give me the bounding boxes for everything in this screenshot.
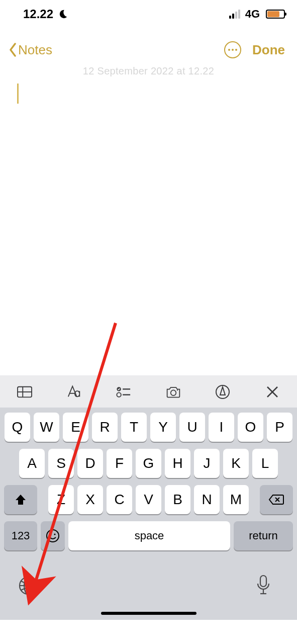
- camera-button[interactable]: [163, 383, 184, 400]
- svg-point-17: [54, 533, 55, 535]
- key-t[interactable]: T: [121, 413, 147, 442]
- keyboard-row-3: Z X C V B N M: [3, 485, 294, 514]
- key-o[interactable]: O: [238, 413, 263, 442]
- key-s[interactable]: S: [48, 449, 74, 478]
- key-g[interactable]: G: [136, 449, 161, 478]
- note-editor[interactable]: 12 September 2022 at 12.22: [0, 63, 297, 375]
- back-button[interactable]: Notes: [9, 42, 52, 58]
- backspace-key[interactable]: [260, 485, 293, 514]
- shift-key[interactable]: [4, 485, 37, 514]
- close-icon: [265, 384, 280, 399]
- note-date: 12 September 2022 at 12.22: [17, 63, 280, 77]
- key-m[interactable]: M: [223, 485, 249, 514]
- globe-button[interactable]: [18, 576, 38, 598]
- key-v[interactable]: V: [136, 485, 161, 514]
- key-h[interactable]: H: [165, 449, 190, 478]
- return-key[interactable]: return: [234, 521, 293, 550]
- keyboard-row-4: 123 space return: [3, 521, 294, 557]
- svg-point-15: [47, 530, 59, 542]
- close-toolbar-button[interactable]: [262, 383, 283, 400]
- table-icon: [17, 384, 32, 399]
- key-x[interactable]: X: [77, 485, 103, 514]
- nav-bar: Notes Done: [0, 24, 297, 63]
- markup-button[interactable]: [212, 383, 233, 400]
- format-button[interactable]: [64, 383, 85, 400]
- battery-fill: [267, 11, 279, 17]
- key-j[interactable]: J: [194, 449, 220, 478]
- key-i[interactable]: I: [209, 413, 234, 442]
- key-d[interactable]: D: [77, 449, 103, 478]
- emoji-icon: [46, 529, 60, 543]
- backspace-icon: [268, 494, 284, 506]
- checklist-icon: [116, 384, 131, 399]
- status-time: 12.22: [23, 7, 53, 21]
- markup-icon: [215, 384, 230, 399]
- svg-point-6: [117, 392, 121, 396]
- key-n[interactable]: N: [194, 485, 220, 514]
- key-a[interactable]: A: [19, 449, 45, 478]
- microphone-icon: [256, 575, 271, 596]
- system-bar: [0, 567, 297, 620]
- format-icon: [67, 384, 82, 399]
- more-button[interactable]: [224, 41, 241, 58]
- emoji-key[interactable]: [41, 521, 65, 550]
- done-button[interactable]: Done: [252, 42, 285, 58]
- key-c[interactable]: C: [107, 485, 132, 514]
- note-toolbar: [0, 375, 297, 408]
- key-r[interactable]: R: [92, 413, 118, 442]
- text-caret: [17, 84, 19, 104]
- svg-point-16: [50, 533, 51, 535]
- battery-icon: [266, 10, 285, 19]
- table-button[interactable]: [14, 383, 35, 400]
- checklist-button[interactable]: [113, 383, 134, 400]
- home-indicator[interactable]: [101, 612, 196, 615]
- chevron-back-icon: [9, 43, 17, 57]
- connection-label: 4G: [245, 8, 260, 21]
- do-not-disturb-icon: [57, 9, 68, 20]
- key-b[interactable]: B: [165, 485, 190, 514]
- key-f[interactable]: F: [107, 449, 132, 478]
- camera-icon: [166, 384, 181, 399]
- svg-point-8: [170, 390, 176, 395]
- status-bar: 12.22 4G: [0, 0, 297, 24]
- key-z[interactable]: Z: [48, 485, 74, 514]
- key-l[interactable]: L: [252, 449, 278, 478]
- key-q[interactable]: Q: [5, 413, 30, 442]
- keyboard-row-1: Q W E R T Y U I O P: [3, 413, 294, 442]
- space-key[interactable]: space: [68, 521, 230, 550]
- key-w[interactable]: W: [34, 413, 59, 442]
- key-k[interactable]: K: [223, 449, 249, 478]
- signal-icon: [229, 10, 240, 19]
- back-label: Notes: [18, 42, 52, 58]
- key-y[interactable]: Y: [150, 413, 176, 442]
- key-u[interactable]: U: [179, 413, 205, 442]
- key-p[interactable]: P: [267, 413, 292, 442]
- svg-point-9: [177, 389, 178, 390]
- svg-rect-21: [260, 576, 266, 587]
- shift-icon: [14, 493, 27, 506]
- keyboard: Q W E R T Y U I O P A S D F G H J K L Z …: [0, 408, 297, 567]
- key-e[interactable]: E: [63, 413, 88, 442]
- dictation-button[interactable]: [256, 575, 271, 598]
- globe-icon: [18, 576, 38, 596]
- keyboard-row-2: A S D F G H J K L: [3, 449, 294, 478]
- numeric-key[interactable]: 123: [4, 521, 37, 550]
